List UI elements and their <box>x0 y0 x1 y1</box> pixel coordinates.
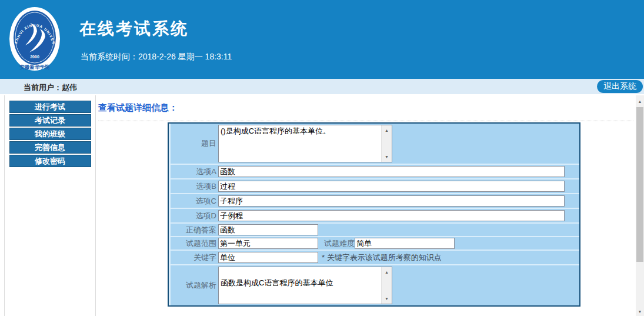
scroll-down-icon[interactable]: ▼ <box>382 152 392 161</box>
scope-label: 试题范围 <box>169 238 218 249</box>
scope-row: 试题范围 试题难度 <box>169 236 579 250</box>
question-textarea-scrollbar[interactable]: ▲ ▼ <box>381 125 392 162</box>
sidebar-item-my-class[interactable]: 我的班级 <box>9 128 91 140</box>
page-title: 查看试题详细信息： <box>98 102 178 114</box>
scroll-up-icon[interactable]: ▲ <box>382 126 392 135</box>
option-b-row: 选项B <box>169 178 579 193</box>
difficulty-input[interactable] <box>355 238 455 249</box>
answer-row: 正确答案 <box>169 222 579 236</box>
logout-button[interactable]: 退出系统 <box>597 80 643 93</box>
app-header: ANHUI XINHUA UNIVERSITY 2000 安徽新华学院 在线考试… <box>0 0 644 79</box>
keyword-note: * 关键字表示该试题所考察的知识点 <box>322 252 442 263</box>
option-c-label: 选项C <box>169 196 218 207</box>
system-time: 当前系统时间：2018-2-26 星期一 18:3:11 <box>81 52 232 62</box>
scroll-up-icon[interactable]: ▲ <box>382 268 392 277</box>
answer-label: 正确答案 <box>169 225 218 235</box>
vertical-scrollbar[interactable]: ▲ ▼ <box>636 95 644 316</box>
analysis-text: 函数是构成C语言程序的基本单位 <box>221 268 381 303</box>
keyword-row: 关键字 * 关键字表示该试题所考察的知识点 <box>169 250 579 264</box>
answer-input[interactable] <box>218 224 318 235</box>
scrollbar-thumb[interactable] <box>636 107 643 262</box>
option-a-label: 选项A <box>169 167 218 177</box>
question-label: 题目 <box>169 138 218 149</box>
university-logo-icon: ANHUI XINHUA UNIVERSITY 2000 安徽新华学院 <box>8 5 62 72</box>
sidebar: 进行考试 考试记录 我的班级 完善信息 修改密码 <box>4 95 96 316</box>
keyword-input[interactable] <box>218 252 318 263</box>
question-row: 题目 ()是构成C语言程序的基本单位。 ▲ ▼ <box>169 124 579 164</box>
option-b-label: 选项B <box>169 181 218 192</box>
option-a-row: 选项A <box>169 164 579 178</box>
option-d-row: 选项D <box>169 208 579 222</box>
analysis-textarea[interactable]: 函数是构成C语言程序的基本单位 ▲ ▼ <box>218 267 392 304</box>
heading-divider <box>98 121 633 121</box>
question-text: ()是构成C语言程序的基本单位。 <box>221 126 381 161</box>
question-detail-form: 题目 ()是构成C语言程序的基本单位。 ▲ ▼ 选项A 选项B 选项C <box>168 122 580 307</box>
logo-year: 2000 <box>30 55 39 59</box>
option-c-row: 选项C <box>169 193 579 208</box>
main-content: 查看试题详细信息： 题目 ()是构成C语言程序的基本单位。 ▲ ▼ 选项A 选项… <box>96 95 636 316</box>
analysis-textarea-scrollbar[interactable]: ▲ ▼ <box>381 267 392 304</box>
app-title: 在线考试系统 <box>79 18 189 40</box>
option-d-input[interactable] <box>218 210 565 221</box>
page: ANHUI XINHUA UNIVERSITY 2000 安徽新华学院 在线考试… <box>0 0 644 316</box>
option-a-input[interactable] <box>218 166 565 177</box>
logo-bottom-text: 安徽新华学院 <box>19 64 51 70</box>
option-c-input[interactable] <box>218 195 565 207</box>
option-d-label: 选项D <box>169 211 218 221</box>
scope-input[interactable] <box>218 238 318 249</box>
question-textarea[interactable]: ()是构成C语言程序的基本单位。 ▲ ▼ <box>218 125 392 162</box>
scroll-down-icon[interactable]: ▼ <box>382 294 392 303</box>
sidebar-item-change-password[interactable]: 修改密码 <box>9 155 91 167</box>
user-bar: 当前用户：赵伟 退出系统 <box>0 79 644 94</box>
sidebar-item-exam-records[interactable]: 考试记录 <box>9 114 91 127</box>
scroll-down-icon[interactable]: ▼ <box>636 307 644 316</box>
scroll-up-icon[interactable]: ▲ <box>636 97 644 106</box>
difficulty-label: 试题难度 <box>319 238 355 249</box>
analysis-label: 试题解析 <box>169 280 218 291</box>
analysis-row: 试题解析 函数是构成C语言程序的基本单位 ▲ ▼ <box>169 264 579 305</box>
option-b-input[interactable] <box>218 181 565 192</box>
sidebar-item-complete-info[interactable]: 完善信息 <box>9 141 91 154</box>
current-user-label: 当前用户：赵伟 <box>24 82 77 93</box>
sidebar-item-take-exam[interactable]: 进行考试 <box>9 101 91 113</box>
keyword-label: 关键字 <box>169 252 218 263</box>
